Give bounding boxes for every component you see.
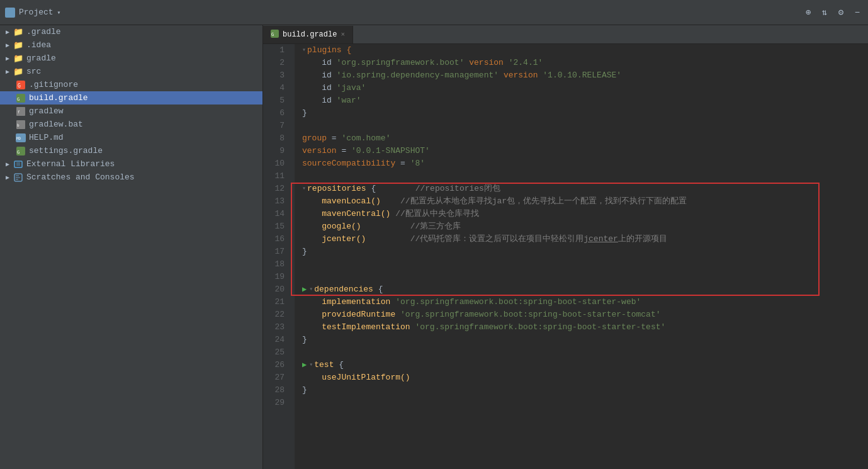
project-label: Project xyxy=(19,8,54,17)
code-line: id 'war' xyxy=(302,94,868,107)
tab-bar: G build.gradle × xyxy=(263,25,868,44)
sidebar-item-gradlew-bat[interactable]: b gradlew.bat xyxy=(0,118,262,131)
code-line xyxy=(302,170,868,183)
gradle-file-icon: G xyxy=(15,94,26,103)
arrow-icon: ▶ xyxy=(3,28,13,36)
svg-text:f: f xyxy=(18,110,20,114)
sidebar-item-gradlew[interactable]: f gradlew xyxy=(0,105,262,118)
sidebar-label: gradle xyxy=(26,54,56,63)
sidebar-item-settings-gradle[interactable]: G settings.gradle xyxy=(0,144,262,157)
minus-icon[interactable]: − xyxy=(852,7,863,18)
sidebar-item-help-md[interactable]: MD HELP.md xyxy=(0,131,262,144)
sidebar-label: HELP.md xyxy=(29,133,64,142)
code-line: ▶ ▾ test { xyxy=(302,359,868,371)
code-line: implementation 'org.springframework.boot… xyxy=(302,296,868,308)
sidebar-label: Scratches and Consoles xyxy=(26,172,135,182)
sidebar-item-external-libs[interactable]: ▶ External Libraries xyxy=(0,157,262,171)
sidebar-label: build.gradle xyxy=(29,93,88,103)
fold-marker: ▾ xyxy=(309,283,313,296)
main-content: ▶ 📁 .gradle ▶ 📁 .idea ▶ 📁 gradle ▶ 📁 src… xyxy=(0,25,868,469)
svg-text:G: G xyxy=(271,32,274,37)
code-line: } xyxy=(302,334,868,346)
tab-gradle-icon: G xyxy=(271,30,279,40)
editor-area: G build.gradle × 1 2 3 4 5 6 7 8 xyxy=(263,25,868,469)
svg-rect-12 xyxy=(14,161,22,167)
code-line: group = 'com.home' xyxy=(302,132,868,145)
fold-marker: ▾ xyxy=(309,359,313,371)
svg-text:G: G xyxy=(18,83,21,89)
sidebar-label: .idea xyxy=(26,40,51,50)
fold-marker: ▾ xyxy=(302,44,306,57)
gradle-settings-icon: G xyxy=(15,147,26,155)
code-line: ▶ ▾ dependencies { xyxy=(302,283,868,296)
code-line: useJUnitPlatform() xyxy=(302,371,868,384)
code-line: providedRuntime 'org.springframework.boo… xyxy=(302,308,868,321)
code-line: version = '0.0.1-SNAPSHOT' xyxy=(302,145,868,157)
sidebar-label: src xyxy=(26,67,41,76)
code-line xyxy=(302,397,868,409)
fold-marker: ▾ xyxy=(302,183,306,195)
code-editor[interactable]: 1 2 3 4 5 6 7 8 9 10 11 12 13 14 15 16 1 xyxy=(263,44,868,469)
code-line: mavenLocal() //配置先从本地仓库寻找jar包，优先寻找上一个配置，… xyxy=(302,195,868,208)
tab-build-gradle[interactable]: G build.gradle × xyxy=(263,26,353,43)
folder-icon: 📁 xyxy=(13,28,24,37)
code-lines: ▾ plugins { id 'org.springframework.boot… xyxy=(295,44,868,469)
scratches-icon xyxy=(13,173,24,182)
arrow-icon: ▶ xyxy=(3,161,13,168)
code-line xyxy=(302,120,868,132)
dropdown-arrow[interactable]: ▾ xyxy=(57,9,61,16)
arrow-icon: ▶ xyxy=(3,42,13,49)
svg-text:b: b xyxy=(17,123,20,127)
code-line xyxy=(302,271,868,283)
code-line: id 'io.spring.dependency-management' ver… xyxy=(302,69,868,82)
file-icon: f xyxy=(15,107,26,116)
arrow-icon: ▶ xyxy=(3,55,13,62)
code-line: ▾ repositories { //repositories闭包 xyxy=(302,183,868,195)
sidebar-label: gradlew xyxy=(29,106,64,116)
tab-label: build.gradle xyxy=(283,30,337,39)
folder-icon: 📁 xyxy=(13,54,24,63)
code-line: google() //第三方仓库 xyxy=(302,220,868,233)
sidebar-item-scratches[interactable]: ▶ Scratches and Consoles xyxy=(0,171,262,184)
code-line: id 'org.springframework.boot' version '2… xyxy=(302,57,868,69)
svg-text:MD: MD xyxy=(16,136,21,140)
gear-icon[interactable]: ⚙ xyxy=(835,7,847,18)
code-line: sourceCompatibility = '8' xyxy=(302,157,868,170)
code-line: jcenter() //代码托管库：设置之后可以在项目中轻松引用jcenter上… xyxy=(302,233,868,246)
sidebar-label: gradlew.bat xyxy=(29,120,83,129)
sidebar-label: .gitignore xyxy=(29,80,78,89)
run-icon[interactable]: ▶ xyxy=(302,359,307,371)
arrow-icon: ▶ xyxy=(3,68,13,76)
ext-libs-icon xyxy=(13,160,24,169)
project-icon xyxy=(5,8,15,18)
svg-text:G: G xyxy=(17,97,20,102)
sidebar-item-gradle-folder[interactable]: ▶ 📁 gradle xyxy=(0,52,262,65)
project-sidebar: ▶ 📁 .gradle ▶ 📁 .idea ▶ 📁 gradle ▶ 📁 src… xyxy=(0,25,263,469)
top-bar: Project ▾ ⊕ ⇅ ⚙ − xyxy=(0,0,868,25)
sync-icon[interactable]: ⇅ xyxy=(819,7,830,18)
code-content: 1 2 3 4 5 6 7 8 9 10 11 12 13 14 15 16 1 xyxy=(263,44,868,469)
toolbar-icons: ⊕ ⇅ ⚙ − xyxy=(803,7,863,18)
tab-close-icon[interactable]: × xyxy=(341,31,345,38)
project-panel-header: Project ▾ xyxy=(5,8,61,18)
code-line: } xyxy=(302,246,868,258)
line-numbers: 1 2 3 4 5 6 7 8 9 10 11 12 13 14 15 16 1 xyxy=(263,44,295,469)
sidebar-item-src[interactable]: ▶ 📁 src xyxy=(0,65,262,78)
sidebar-label: External Libraries xyxy=(26,159,115,169)
sidebar-item-build-gradle[interactable]: G build.gradle xyxy=(0,91,262,105)
code-line: ▾ plugins { xyxy=(302,44,868,57)
git-file-icon: G xyxy=(15,81,26,89)
code-line: } xyxy=(302,107,868,120)
folder-icon: 📁 xyxy=(13,41,24,50)
code-line xyxy=(302,346,868,359)
run-icon[interactable]: ▶ xyxy=(302,283,307,296)
bat-file-icon: b xyxy=(15,120,26,129)
sidebar-item-idea[interactable]: ▶ 📁 .idea xyxy=(0,38,262,52)
code-line: mavenCentral() //配置从中央仓库寻找 xyxy=(302,208,868,220)
sidebar-item-gitignore[interactable]: G .gitignore xyxy=(0,78,262,91)
sidebar-item-gradle-hidden[interactable]: ▶ 📁 .gradle xyxy=(0,25,262,38)
add-icon[interactable]: ⊕ xyxy=(803,7,814,18)
code-line: } xyxy=(302,384,868,397)
md-file-icon: MD xyxy=(15,133,26,142)
svg-text:G: G xyxy=(17,150,20,155)
